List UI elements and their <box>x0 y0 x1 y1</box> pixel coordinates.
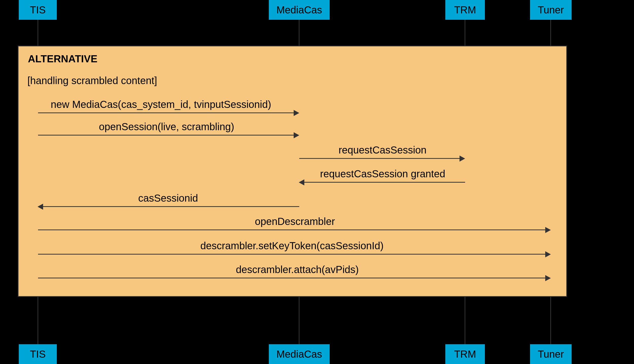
msg-set-key-token: descrambler.setKeyToken(casSessionId) <box>200 240 384 252</box>
arrowhead-request-cas-session <box>460 156 465 162</box>
msg-cas-session-id: casSessionid <box>138 193 198 204</box>
arrowhead-open-session <box>294 132 299 138</box>
participant-trm-top: TRM <box>445 0 485 20</box>
participant-tuner-bottom: Tuner <box>530 344 572 364</box>
alt-guard-label: [handling scrambled content] <box>27 75 157 86</box>
msg-descrambler-attach: descrambler.attach(avPids) <box>236 264 359 275</box>
msg-open-session: openSession(live, scrambling) <box>99 121 234 132</box>
arrowhead-set-key-token <box>545 251 551 257</box>
arrow-request-cas-session-granted <box>304 182 465 183</box>
arrow-set-key-token <box>38 254 546 255</box>
msg-request-cas-session-granted: requestCasSession granted <box>320 168 445 180</box>
alt-fragment-label: ALTERNATIVE <box>28 53 97 65</box>
participant-mediacas-bottom: MediaCas <box>269 344 330 364</box>
msg-new-mediacas: new MediaCas(cas_system_id, tvinputSessi… <box>51 99 271 110</box>
arrow-cas-session-id <box>43 206 299 207</box>
msg-open-descrambler: openDescrambler <box>255 216 335 227</box>
arrow-open-descrambler <box>38 229 546 230</box>
arrow-request-cas-session <box>299 158 460 159</box>
arrowhead-descrambler-attach <box>545 275 551 281</box>
arrow-new-mediacas <box>38 112 294 113</box>
arrow-descrambler-attach <box>38 278 546 278</box>
participant-tis-bottom: TIS <box>19 344 57 364</box>
participant-tis-top: TIS <box>19 0 57 20</box>
arrowhead-request-cas-session-granted <box>299 179 304 185</box>
arrowhead-open-descrambler <box>545 227 551 233</box>
msg-request-cas-session: requestCasSession <box>339 144 427 156</box>
arrowhead-new-mediacas <box>294 110 299 116</box>
arrow-open-session <box>38 135 294 136</box>
arrowhead-cas-session-id <box>38 204 43 210</box>
participant-trm-bottom: TRM <box>445 344 485 364</box>
participant-mediacas-top: MediaCas <box>269 0 330 20</box>
participant-tuner-top: Tuner <box>530 0 572 20</box>
